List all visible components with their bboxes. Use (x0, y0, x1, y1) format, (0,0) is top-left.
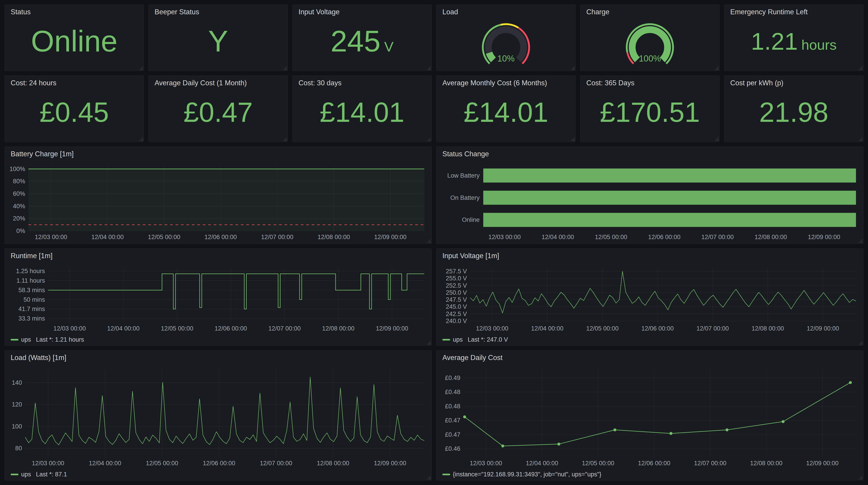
panel-input-voltage-stat: Input Voltage 245 V (292, 4, 432, 71)
svg-text:12/09 00:00: 12/09 00:00 (808, 234, 840, 240)
svg-text:12/08 00:00: 12/08 00:00 (317, 460, 349, 466)
svg-text:12/09 00:00: 12/09 00:00 (374, 234, 406, 240)
panel-title[interactable]: Status (5, 5, 144, 19)
battery-charge-chart[interactable]: 12/03 00:0012/04 00:0012/05 00:0012/06 0… (9, 162, 428, 241)
svg-text:12/07 00:00: 12/07 00:00 (696, 325, 729, 332)
svg-text:80: 80 (15, 445, 22, 452)
legend-swatch (11, 474, 19, 475)
svg-text:100%: 100% (9, 166, 25, 172)
svg-text:12/04 00:00: 12/04 00:00 (91, 234, 124, 240)
panel-title[interactable]: Average Daily Cost (436, 351, 863, 365)
panel-emergency-runtime: Emergency Runtime Left 1.21 hours (724, 4, 864, 71)
panel-title[interactable]: Average Monthly Cost (6 Months) (436, 76, 576, 90)
svg-text:Online: Online (462, 217, 479, 223)
panel-title[interactable]: Input Voltage (292, 5, 432, 19)
panel-input-voltage-chart: Input Voltage [1m] 12/03 00:0012/04 00:0… (436, 249, 864, 346)
legend-value: Last *: 87.1 (36, 471, 67, 478)
input-voltage-chart[interactable]: 12/03 00:0012/04 00:0012/05 00:0012/06 0… (441, 264, 860, 332)
average-daily-cost-chart[interactable]: 12/03 00:0012/04 00:0012/05 00:0012/06 0… (441, 365, 860, 467)
svg-text:12/07 00:00: 12/07 00:00 (268, 325, 301, 332)
panel-avg-daily-cost-chart: Average Daily Cost 12/03 00:0012/04 00:0… (436, 350, 864, 481)
panel-resize-handle[interactable] (859, 476, 863, 480)
svg-text:140: 140 (12, 379, 22, 386)
svg-text:40%: 40% (13, 203, 25, 209)
svg-text:On Battery: On Battery (451, 194, 480, 201)
grafana-dashboard: Status Online Beeper Status Y Input Volt… (0, 0, 868, 485)
legend-value: Last *: 1.21 hours (36, 336, 84, 343)
panel-resize-handle[interactable] (427, 341, 431, 345)
svg-text:20%: 20% (13, 215, 25, 222)
load-gauge: 10% (436, 18, 576, 69)
panel-title[interactable]: Cost: 365 Days (580, 76, 719, 90)
panel-resize-handle[interactable] (859, 341, 863, 345)
svg-text:250.0 V: 250.0 V (446, 289, 467, 296)
svg-text:50 mins: 50 mins (23, 296, 45, 303)
panel-title[interactable]: Battery Charge [1m] (5, 147, 432, 161)
svg-text:257.5 V: 257.5 V (446, 268, 467, 275)
panel-resize-handle[interactable] (427, 476, 431, 480)
panel-load-gauge: Load 10% (436, 4, 576, 71)
panel-title[interactable]: Cost: 24 hours (5, 76, 144, 90)
legend-value: Last *: 247.0 V (468, 336, 508, 343)
svg-text:£0.46: £0.46 (445, 445, 460, 452)
panel-title[interactable]: Load (Watts) [1m] (5, 351, 432, 365)
svg-text:12/06 00:00: 12/06 00:00 (203, 460, 236, 466)
svg-text:41.7 mins: 41.7 mins (19, 305, 45, 312)
panel-title[interactable]: Beeper Status (149, 5, 288, 19)
svg-text:12/04 00:00: 12/04 00:00 (89, 460, 121, 466)
panel-beeper-status: Beeper Status Y (149, 4, 288, 71)
svg-text:80%: 80% (13, 178, 25, 185)
legend-swatch (442, 339, 450, 341)
svg-text:1.11 hours: 1.11 hours (17, 277, 45, 284)
panel-cost-365d: Cost: 365 Days £170.51 (580, 75, 719, 142)
svg-text:242.5 V: 242.5 V (446, 311, 467, 317)
panel-avg-monthly-cost: Average Monthly Cost (6 Months) £14.01 (436, 75, 576, 142)
chart-legend: ups Last *: 247.0 V (442, 336, 508, 343)
svg-text:58.3 mins: 58.3 mins (19, 287, 45, 294)
load-watts-chart[interactable]: 12/03 00:0012/04 00:0012/05 00:0012/06 0… (9, 365, 428, 467)
legend-label[interactable]: ups (21, 471, 31, 478)
svg-text:£0.47: £0.47 (445, 431, 460, 438)
panel-cost-24h: Cost: 24 hours £0.45 (4, 75, 144, 142)
panel-title[interactable]: Cost per kWh (p) (724, 76, 863, 90)
svg-text:12/06 00:00: 12/06 00:00 (215, 325, 247, 332)
panel-status-change: Status Change Low BatteryOn BatteryOnlin… (436, 147, 864, 244)
svg-text:12/06 00:00: 12/06 00:00 (648, 234, 681, 240)
panel-status: Status Online (4, 4, 144, 71)
svg-text:12/08 00:00: 12/08 00:00 (317, 234, 350, 240)
legend-swatch (11, 339, 19, 341)
panel-title[interactable]: Emergency Runtime Left (724, 5, 863, 19)
panel-cost-per-kwh: Cost per kWh (p) 21.98 (724, 75, 864, 142)
panel-load-watts: Load (Watts) [1m] 12/03 00:0012/04 00:00… (4, 350, 432, 481)
panel-title[interactable]: Input Voltage [1m] (436, 249, 863, 263)
svg-text:12/05 00:00: 12/05 00:00 (595, 234, 627, 240)
svg-text:£0.48: £0.48 (445, 403, 460, 410)
svg-text:12/06 00:00: 12/06 00:00 (205, 234, 237, 240)
svg-text:12/05 00:00: 12/05 00:00 (582, 460, 614, 466)
panel-title[interactable]: Load (436, 5, 576, 19)
panel-charge-gauge: Charge 100% (580, 4, 719, 71)
panel-title[interactable]: Runtime [1m] (5, 249, 432, 263)
status-change-chart[interactable]: Low BatteryOn BatteryOnline12/03 00:0012… (441, 162, 860, 241)
svg-text:252.5 V: 252.5 V (446, 282, 467, 289)
svg-text:12/03 00:00: 12/03 00:00 (470, 460, 502, 466)
svg-text:12/08 00:00: 12/08 00:00 (322, 325, 354, 332)
panel-battery-charge: Battery Charge [1m] 12/03 00:0012/04 00:… (4, 147, 432, 244)
legend-label[interactable]: ups (453, 336, 463, 343)
legend-swatch (442, 474, 450, 475)
legend-label[interactable]: ups (21, 336, 31, 343)
svg-text:12/03 00:00: 12/03 00:00 (489, 234, 521, 240)
panel-title[interactable]: Average Daily Cost (1 Month) (149, 76, 288, 90)
legend-label[interactable]: {instance="192.168.99.31:3493", job="nut… (453, 471, 601, 478)
panel-title[interactable]: Charge (580, 5, 719, 19)
svg-text:12/08 00:00: 12/08 00:00 (750, 460, 782, 466)
panel-title[interactable]: Status Change (436, 147, 863, 161)
svg-text:12/03 00:00: 12/03 00:00 (32, 460, 64, 466)
runtime-chart[interactable]: 12/03 00:0012/04 00:0012/05 00:0012/06 0… (9, 264, 428, 332)
svg-text:0%: 0% (17, 228, 25, 234)
svg-text:12/07 00:00: 12/07 00:00 (694, 460, 726, 466)
svg-text:12/05 00:00: 12/05 00:00 (586, 325, 619, 332)
svg-text:245.0 V: 245.0 V (446, 303, 467, 310)
panel-title[interactable]: Cost: 30 days (292, 76, 432, 90)
svg-text:12/03 00:00: 12/03 00:00 (53, 325, 86, 332)
